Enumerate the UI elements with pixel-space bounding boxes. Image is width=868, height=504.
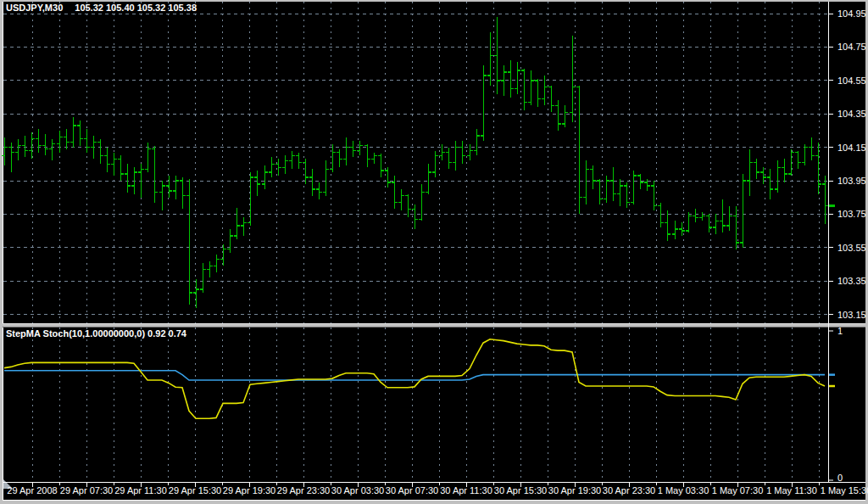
time-axis-label: 1 May 03:30 — [658, 485, 709, 496]
time-axis-label: 29 Apr 11:30 — [114, 485, 167, 496]
time-axis-label: 29 Apr 15:30 — [169, 485, 221, 496]
chart-window: 104.95104.75104.55104.35104.15103.95103.… — [0, 0, 868, 504]
time-axis-label: 30 Apr 11:30 — [440, 485, 492, 496]
time-axis-label: 30 Apr 15:30 — [494, 485, 547, 496]
chart-canvas[interactable]: 104.95104.75104.55104.35104.15103.95103.… — [0, 0, 868, 504]
time-axis-label: 1 May 07:30 — [712, 485, 764, 496]
signal-value-marker — [829, 373, 835, 376]
chart-field — [3, 2, 865, 501]
time-axis-label: 29 Apr 19:30 — [223, 485, 275, 496]
time-axis-label: 1 May 15:30 — [821, 485, 868, 496]
svg-text:104.75: 104.75 — [837, 42, 866, 52]
time-axis-label: 29 Apr 2008 — [7, 485, 57, 496]
time-axis-label: 30 Apr 23:30 — [603, 485, 655, 496]
time-axis-label: 30 Apr 19:30 — [548, 485, 601, 496]
svg-text:104.35: 104.35 — [837, 109, 866, 119]
svg-text:103.55: 103.55 — [837, 243, 866, 253]
svg-text:103.15: 103.15 — [837, 310, 866, 320]
svg-text:103.75: 103.75 — [837, 209, 866, 219]
main-value-marker — [829, 385, 835, 388]
time-axis-label: 29 Apr 23:30 — [277, 485, 330, 496]
time-axis-label: 29 Apr 07:30 — [60, 485, 113, 496]
svg-text:104.15: 104.15 — [837, 143, 866, 153]
time-axis-label: 30 Apr 03:30 — [331, 485, 384, 496]
svg-text:0: 0 — [837, 473, 843, 483]
svg-text:103.95: 103.95 — [837, 176, 866, 186]
svg-text:103.35: 103.35 — [837, 276, 866, 286]
svg-text:104.95: 104.95 — [837, 8, 866, 19]
pane-splitter[interactable] — [3, 323, 865, 328]
time-axis-label: 30 Apr 07:30 — [386, 485, 438, 496]
time-axis[interactable]: 29 Apr 200829 Apr 07:3029 Apr 11:3029 Ap… — [7, 483, 868, 496]
svg-text:1: 1 — [837, 326, 843, 336]
time-axis-label: 1 May 11:30 — [766, 485, 817, 496]
last-price-marker — [829, 204, 835, 207]
svg-text:104.55: 104.55 — [837, 76, 866, 86]
